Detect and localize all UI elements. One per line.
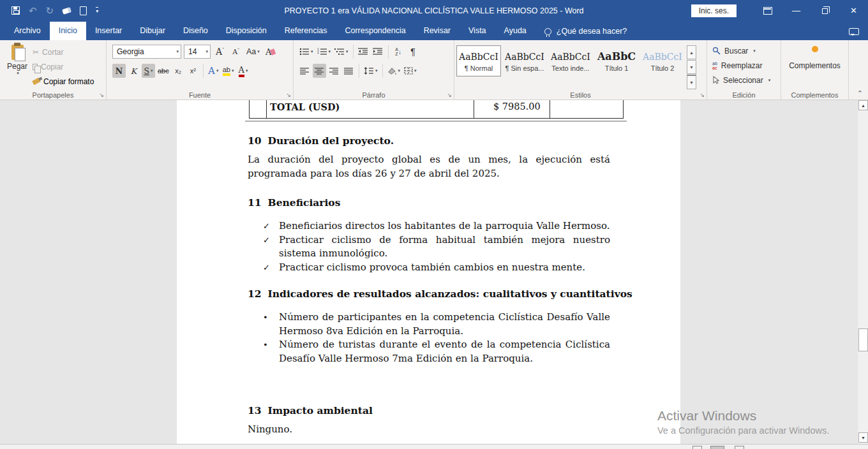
tab-insertar[interactable]: Insertar	[86, 22, 131, 40]
font-size-combobox[interactable]: 14 ▾	[184, 45, 211, 59]
multilevel-list-button[interactable]: ▾	[333, 45, 350, 59]
indicadores-list: •Número de participantes en la competenc…	[248, 311, 610, 365]
addin-orange-dot-icon[interactable]	[812, 46, 818, 52]
style-normal[interactable]: AaBbCcI¶ Normal	[456, 45, 501, 77]
scroll-down-icon[interactable]: ▼	[858, 432, 868, 443]
redo-icon[interactable]: ↻	[46, 6, 54, 15]
view-read-mode-button[interactable]	[692, 446, 702, 449]
increase-indent-button[interactable]	[371, 45, 385, 59]
portapapeles-dialog-launcher-icon[interactable]: ↘	[99, 92, 104, 98]
tab-revisar[interactable]: Revisar	[415, 22, 460, 40]
styles-more-icon[interactable]: ▼	[687, 75, 696, 89]
vertical-scrollbar[interactable]: ▲ ▼	[857, 100, 868, 444]
save-icon[interactable]	[11, 6, 20, 15]
paste-label: Pegar	[7, 62, 27, 71]
bold-button[interactable]: N	[112, 64, 126, 78]
collapse-ribbon-icon[interactable]: ⌃	[857, 89, 863, 98]
scroll-up-icon[interactable]: ▲	[858, 100, 868, 110]
table-cell-stub	[249, 100, 266, 118]
superscript-button[interactable]: x²	[186, 64, 200, 78]
borders-button[interactable]: ▾	[403, 64, 418, 78]
replace-label: Reemplazar	[721, 61, 763, 70]
tab-vista[interactable]: Vista	[460, 22, 495, 40]
styles-scroll-up-icon[interactable]: ▲	[687, 45, 696, 59]
fuente-dialog-launcher-icon[interactable]: ↘	[286, 92, 291, 98]
section-13-paragraph: Ninguno.	[248, 423, 610, 437]
clear-formatting-button[interactable]: A	[264, 45, 277, 59]
underline-button[interactable]: S▾	[142, 64, 155, 78]
restore-button[interactable]	[811, 0, 839, 21]
sign-in-button[interactable]: Inic. ses.	[691, 4, 737, 17]
format-painter-button[interactable]: Copiar formato	[33, 75, 94, 88]
italic-button[interactable]: K	[127, 64, 140, 78]
replace-button[interactable]: abac Reemplazar	[712, 59, 779, 72]
tab-disposicion[interactable]: Disposición	[217, 22, 276, 40]
numbering-button[interactable]: 12 ▾	[316, 45, 333, 59]
show-paragraph-marks-button[interactable]: ¶	[407, 45, 420, 59]
new-document-icon[interactable]	[80, 6, 87, 15]
addins-button[interactable]: Complementos	[789, 61, 841, 70]
grow-font-button[interactable]: Aˆ	[213, 45, 227, 59]
format-painter-icon	[32, 78, 41, 85]
find-button[interactable]: Buscar ▾	[712, 44, 779, 57]
style-texto-independiente[interactable]: AaBbCcITexto inde...	[548, 45, 593, 77]
bullets-button[interactable]: ▾	[298, 45, 315, 59]
styles-scroll-down-icon[interactable]: ▼	[687, 60, 696, 74]
parrafo-dialog-launcher-icon[interactable]: ↘	[447, 92, 452, 98]
estilos-dialog-launcher-icon[interactable]: ↘	[700, 92, 705, 98]
undo-icon[interactable]: ↶	[29, 6, 37, 15]
align-left-button[interactable]	[298, 64, 311, 78]
eraser-icon[interactable]	[62, 7, 71, 15]
select-dropdown-icon[interactable]: ▾	[768, 78, 771, 83]
style-titulo-2[interactable]: AaBbCcITítulo 2	[640, 45, 685, 77]
tab-referencias[interactable]: Referencias	[276, 22, 336, 40]
align-right-button[interactable]	[327, 64, 341, 78]
strikethrough-button[interactable]: abc	[156, 64, 170, 78]
view-web-layout-button[interactable]	[735, 446, 744, 449]
ribbon-tab-row: Archivo Inicio Insertar Dibujar Diseño D…	[0, 21, 868, 40]
replace-icon: abac	[712, 61, 717, 70]
tab-inicio[interactable]: Inicio	[50, 22, 86, 40]
tab-correspondencia[interactable]: Correspondencia	[336, 22, 414, 40]
tab-diseno[interactable]: Diseño	[174, 22, 217, 40]
line-spacing-button[interactable]: ▾	[363, 64, 379, 78]
beneficiarios-list: ✓Beneficiarios directos los habitantes d…	[248, 219, 610, 274]
subscript-button[interactable]: x₂	[172, 64, 185, 78]
tab-archivo[interactable]: Archivo	[5, 22, 50, 40]
tab-dibujar[interactable]: Dibujar	[131, 22, 174, 40]
minimize-button[interactable]: —	[782, 0, 811, 21]
font-color-button[interactable]: A▾	[237, 64, 250, 78]
copy-button[interactable]: Copiar	[33, 60, 94, 73]
select-button[interactable]: Seleccionar ▾	[712, 73, 779, 87]
font-name-combobox[interactable]: Georgia ▾	[112, 45, 181, 59]
justify-button[interactable]	[342, 64, 355, 78]
style-titulo-1[interactable]: AaBbCTítulo 1	[594, 45, 639, 77]
styles-gallery-scroll: ▲ ▼ ▼	[687, 43, 696, 89]
sort-button[interactable]: AZ ↓	[392, 45, 405, 59]
highlight-button[interactable]: ab▾	[221, 64, 236, 78]
table-cell-empty	[550, 100, 624, 118]
underline-dropdown-icon[interactable]: ▾	[151, 68, 153, 73]
cut-button[interactable]: ✂ Cortar	[33, 45, 94, 59]
text-effects-button[interactable]: A▾	[207, 64, 220, 78]
shading-button[interactable]: ▾	[386, 64, 402, 78]
change-case-button[interactable]: Aa▾	[245, 45, 261, 59]
feedback-comment-icon[interactable]	[849, 28, 859, 35]
paste-button[interactable]: Pegar ▾	[2, 43, 33, 89]
decrease-indent-button[interactable]	[357, 45, 370, 59]
customize-qat-icon[interactable]: ▾	[96, 7, 98, 14]
list-item: ✓Practicar ciclismo de forma habitual ta…	[248, 233, 610, 261]
align-center-button[interactable]	[313, 64, 326, 78]
shrink-font-button[interactable]: Aˇ	[229, 45, 243, 59]
section-12-heading: 12Indicadores de resultados alcanzados: …	[248, 288, 610, 300]
scrollbar-thumb[interactable]	[858, 328, 868, 351]
style-sin-espaciado[interactable]: AaBbCcI¶ Sin espa...	[502, 45, 547, 77]
ribbon-display-options-button[interactable]	[753, 0, 782, 21]
tab-ayuda[interactable]: Ayuda	[495, 22, 535, 40]
document-page[interactable]: TOTAL (USD) $ 7985.00 10Duración del pro…	[177, 100, 680, 444]
paste-dropdown-icon[interactable]: ▾	[17, 71, 19, 76]
find-dropdown-icon[interactable]: ▾	[753, 48, 756, 54]
close-button[interactable]: ✕	[839, 0, 868, 21]
tell-me-box[interactable]: ¿Qué desea hacer?	[544, 27, 627, 40]
view-print-layout-button[interactable]	[710, 446, 724, 449]
